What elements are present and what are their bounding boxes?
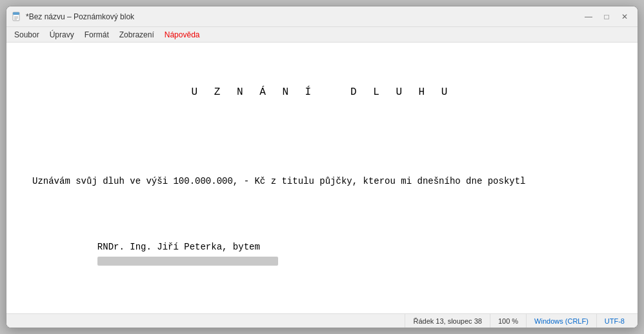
redacted-address [97,257,278,266]
paragraph-1-line1: Uznávám svůj dluh ve výši 100.000.000, -… [32,174,612,188]
status-position: Řádek 13, sloupec 38 [405,314,489,328]
svg-rect-1 [13,12,19,15]
status-zoom: 100 % [490,314,526,328]
menu-upravy[interactable]: Úpravy [45,29,79,41]
close-button[interactable]: ✕ [617,10,632,23]
maximize-button[interactable]: □ [599,10,614,23]
menu-soubor[interactable]: Soubor [9,29,45,41]
menu-bar: Soubor Úpravy Formát Zobrazení Nápověda [6,27,638,43]
editor-content[interactable]: U Z N Á N Í D L U H U Uznávám svůj dluh … [6,43,638,313]
editor-wrapper: U Z N Á N Í D L U H U Uznávám svůj dluh … [6,43,638,313]
status-lineending[interactable]: Windows (CRLF) [526,314,596,328]
paragraph-1-line2-text: RNDr. Ing. Jiří Peterka, bytem [97,242,260,252]
menu-napoveda[interactable]: Nápověda [159,29,205,41]
notepad-window: *Bez názvu – Poznámkový blok — □ ✕ Soubo… [6,6,638,328]
window-title: *Bez názvu – Poznámkový blok [26,12,581,21]
title-bar: *Bez názvu – Poznámkový blok — □ ✕ [6,6,638,27]
app-icon [12,12,22,22]
paragraph-1-line2: RNDr. Ing. Jiří Peterka, bytem [32,225,612,283]
window-controls: — □ ✕ [581,10,632,23]
minimize-button[interactable]: — [581,10,596,23]
status-encoding[interactable]: UTF-8 [596,314,632,328]
status-bar: Řádek 13, sloupec 38 100 % Windows (CRLF… [6,313,638,328]
menu-format[interactable]: Formát [79,29,114,41]
editor-scroll-area[interactable]: U Z N Á N Í D L U H U Uznávám svůj dluh … [6,43,638,313]
document-title: U Z N Á N Í D L U H U [32,84,612,101]
menu-zobrazeni[interactable]: Zobrazení [114,29,159,41]
paragraph-1: Uznávám svůj dluh ve výši 100.000.000, -… [32,145,612,313]
